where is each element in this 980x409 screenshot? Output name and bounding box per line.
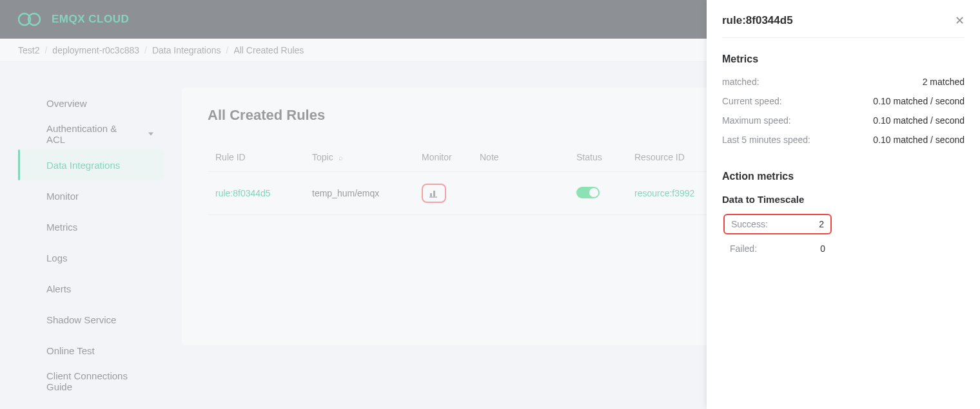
metric-label: matched: [722, 77, 760, 87]
col-topic[interactable]: Topic ⌕ [304, 143, 414, 172]
breadcrumb-sep: / [226, 45, 229, 55]
col-monitor: Monitor [414, 143, 472, 172]
rule-detail-drawer: rule:8f0344d5 ✕ Metrics matched: 2 match… [707, 0, 980, 409]
breadcrumb-item[interactable]: All Created Rules [233, 45, 304, 55]
svg-rect-3 [430, 193, 432, 196]
metric-label: Current speed: [722, 96, 782, 106]
bar-chart-icon [429, 188, 439, 198]
drawer-title: rule:8f0344d5 [722, 14, 793, 27]
close-icon[interactable]: ✕ [955, 15, 965, 26]
sidebar-item-online-test[interactable]: Online Test [18, 335, 164, 366]
metric-row-matched: matched: 2 matched [722, 77, 965, 87]
sidebar-item-metrics[interactable]: Metrics [18, 211, 164, 242]
breadcrumb-item[interactable]: deployment-r0c3c883 [52, 45, 139, 55]
action-subtitle: Data to Timescale [722, 194, 965, 205]
sidebar-item-alerts[interactable]: Alerts [18, 273, 164, 304]
failed-metric-row: Failed: 0 [723, 240, 832, 258]
action-metrics-heading: Action metrics [722, 171, 965, 182]
sidebar-item-client-connections-guide[interactable]: Client Connections Guide [18, 366, 164, 397]
col-note: Note [472, 143, 569, 172]
metric-value: 0.10 matched / second [873, 115, 965, 126]
sidebar: Overview Authentication & ACL Data Integ… [0, 62, 182, 409]
rule-id-link[interactable]: rule:8f0344d5 [215, 188, 271, 198]
col-rule-id: Rule ID [208, 143, 304, 172]
col-status: Status [569, 143, 627, 172]
metric-row-5min-speed: Last 5 minutes speed: 0.10 matched / sec… [722, 135, 965, 145]
breadcrumb-item[interactable]: Test2 [18, 45, 39, 55]
cell-topic: temp_hum/emqx [304, 172, 414, 215]
brand-logo[interactable]: EMQX CLOUD [18, 12, 129, 27]
metric-value: 0 [820, 243, 825, 254]
metric-label: Last 5 minutes speed: [722, 135, 810, 145]
sidebar-item-auth-acl[interactable]: Authentication & ACL [18, 119, 164, 149]
metric-label: Maximum speed: [722, 115, 791, 126]
sidebar-item-overview[interactable]: Overview [18, 88, 164, 119]
emqx-logo-icon [18, 12, 45, 27]
metric-value: 0.10 matched / second [873, 135, 965, 145]
col-topic-label: Topic [312, 152, 333, 162]
breadcrumb-sep: / [144, 45, 147, 55]
sidebar-item-monitor[interactable]: Monitor [18, 180, 164, 211]
brand-text: EMQX CLOUD [52, 13, 129, 26]
sidebar-item-shadow-service[interactable]: Shadow Service [18, 304, 164, 335]
sidebar-item-logs[interactable]: Logs [18, 242, 164, 273]
breadcrumb-sep: / [44, 45, 47, 55]
monitor-button[interactable] [422, 184, 446, 203]
svg-rect-4 [433, 191, 435, 196]
metric-label: Failed: [730, 243, 757, 254]
status-switch[interactable] [576, 187, 600, 198]
sidebar-item-data-integrations[interactable]: Data Integrations [18, 149, 164, 180]
breadcrumb-item[interactable]: Data Integrations [152, 45, 221, 55]
metric-value: 2 matched [923, 77, 965, 87]
metric-value: 0.10 matched / second [873, 96, 965, 106]
drawer-header: rule:8f0344d5 ✕ [722, 14, 965, 38]
metrics-heading: Metrics [722, 53, 965, 65]
metric-row-max-speed: Maximum speed: 0.10 matched / second [722, 115, 965, 126]
search-icon[interactable]: ⌕ [338, 153, 343, 162]
resource-id-link[interactable]: resource:f3992 [634, 188, 694, 198]
cell-note [472, 172, 569, 215]
metric-value: 2 [819, 219, 824, 229]
success-metric-row: Success: 2 [723, 214, 832, 234]
metric-label: Success: [731, 219, 768, 229]
metric-row-current-speed: Current speed: 0.10 matched / second [722, 96, 965, 106]
